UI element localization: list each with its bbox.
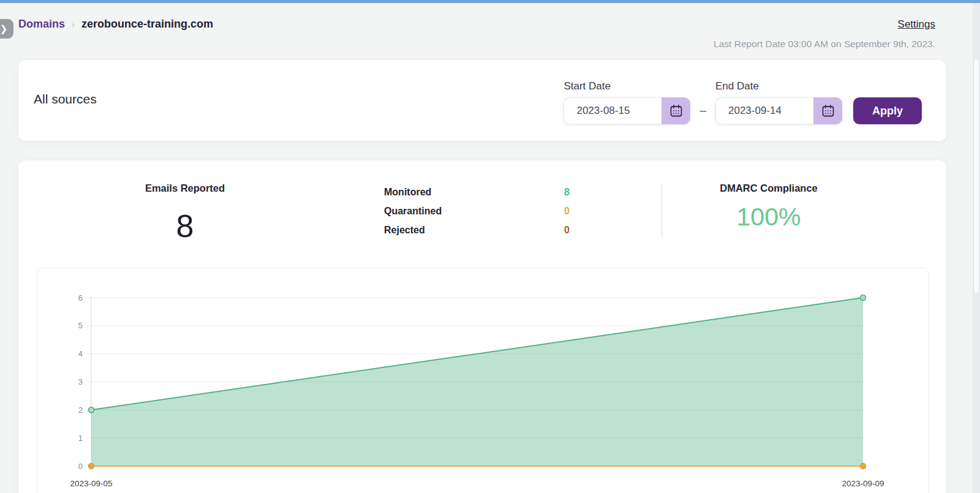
- start-date-field: Start Date: [564, 80, 690, 124]
- start-date-input[interactable]: [564, 97, 662, 124]
- y-tick-label: 6: [78, 293, 83, 303]
- start-date-calendar-button[interactable]: [662, 97, 690, 124]
- y-tick-label: 4: [78, 349, 83, 358]
- back-chevron-button[interactable]: ❯: [0, 19, 13, 39]
- stat-row-quarantined: Quarantined 0: [384, 205, 570, 217]
- y-tick-label: 1: [78, 434, 83, 443]
- end-date-calendar-button[interactable]: [813, 97, 842, 124]
- stats-divider: [662, 184, 662, 238]
- x-tick-label: 2023-09-09: [842, 479, 884, 488]
- emails-reported-label: Emails Reported: [111, 183, 258, 194]
- data-point-marker: [89, 464, 94, 469]
- data-point-marker: [89, 407, 94, 413]
- quarantined-value: 0: [564, 206, 570, 217]
- vertical-scrollbar-thumb[interactable]: [973, 58, 979, 294]
- breadcrumb-current-domain: zerobounce-training.com: [81, 18, 213, 31]
- dmarc-compliance-label: DMARC Compliance: [707, 183, 830, 194]
- vertical-scrollbar-track[interactable]: [973, 0, 980, 493]
- dmarc-compliance-stat: DMARC Compliance 100%: [707, 183, 830, 231]
- calendar-icon: [669, 103, 684, 118]
- end-date-input[interactable]: [715, 97, 813, 124]
- dmarc-compliance-value: 100%: [707, 203, 830, 231]
- rejected-label: Rejected: [384, 225, 425, 236]
- emails-reported-value: 8: [111, 208, 258, 244]
- emails-chart-panel: 01234562023-09-052023-09-09: [37, 268, 929, 493]
- report-stats-card: Emails Reported 8 Monitored 8 Quarantine…: [18, 160, 946, 493]
- breadcrumb-separator-icon: ›: [72, 19, 75, 29]
- apply-button[interactable]: Apply: [853, 97, 922, 124]
- top-accent-strip: [0, 0, 980, 3]
- end-date-field: End Date: [715, 80, 842, 124]
- date-range-controls: Start Date – End Date: [564, 80, 922, 124]
- sources-filter-card: All sources Start Date –: [18, 60, 946, 141]
- stat-row-rejected: Rejected 0: [384, 224, 570, 236]
- data-point-marker: [861, 464, 866, 469]
- monitored-label: Monitored: [384, 187, 431, 198]
- y-tick-label: 2: [78, 405, 83, 415]
- emails-area-chart: 01234562023-09-052023-09-09: [37, 268, 930, 493]
- last-report-date-text: Last Report Date 03:00 AM on September 9…: [714, 39, 935, 50]
- breadcrumb: Domains › zerobounce-training.com: [18, 18, 213, 31]
- start-date-label: Start Date: [564, 80, 690, 92]
- date-range-dash: –: [699, 103, 706, 117]
- y-tick-label: 3: [78, 377, 83, 386]
- disposition-stats: Monitored 8 Quarantined 0 Rejected 0: [384, 186, 570, 236]
- chevron-right-icon: ❯: [0, 23, 7, 34]
- calendar-icon: [821, 103, 835, 118]
- settings-link[interactable]: Settings: [898, 18, 935, 31]
- breadcrumb-domains-link[interactable]: Domains: [18, 18, 65, 31]
- emails-reported-stat: Emails Reported 8: [111, 183, 258, 244]
- y-tick-label: 5: [78, 321, 83, 330]
- end-date-label: End Date: [715, 80, 842, 92]
- quarantined-label: Quarantined: [384, 206, 442, 217]
- y-tick-label: 0: [78, 462, 83, 471]
- stat-row-monitored: Monitored 8: [384, 186, 570, 198]
- data-point-marker: [861, 295, 866, 301]
- x-tick-label: 2023-09-05: [70, 479, 112, 488]
- monitored-value: 8: [564, 187, 570, 198]
- sources-title: All sources: [34, 92, 97, 107]
- rejected-value: 0: [564, 225, 570, 236]
